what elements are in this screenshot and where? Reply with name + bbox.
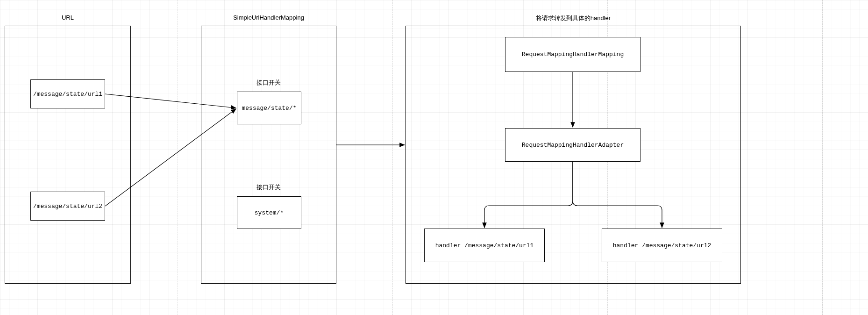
- group-title-handler: 将请求转发到具体的handler: [406, 14, 741, 22]
- box-request-mapping-handler-adapter: RequestMappingHandlerAdapter: [505, 128, 640, 162]
- label-switch-2: 接口开关: [238, 183, 299, 192]
- box-handler-url2: handler /message/state/url2: [602, 229, 722, 262]
- group-mapping: [201, 26, 336, 284]
- box-pattern-message: message/state/*: [237, 92, 301, 124]
- group-title-url: URL: [5, 14, 131, 21]
- box-url2: /message/state/url2: [30, 192, 105, 221]
- diagram-canvas: URL /message/state/url1 /message/state/u…: [0, 0, 868, 315]
- page-rule: [392, 0, 393, 315]
- page-rule: [822, 0, 823, 315]
- page-rule: [178, 0, 178, 315]
- group-title-mapping: SimpleUrlHandlerMapping: [201, 14, 336, 21]
- box-request-mapping-handler-mapping: RequestMappingHandlerMapping: [505, 37, 640, 72]
- box-handler-url1: handler /message/state/url1: [424, 229, 545, 262]
- label-switch-1: 接口开关: [238, 79, 299, 87]
- box-url1: /message/state/url1: [30, 79, 105, 108]
- box-pattern-system: system/*: [237, 196, 301, 229]
- group-url: [5, 26, 131, 284]
